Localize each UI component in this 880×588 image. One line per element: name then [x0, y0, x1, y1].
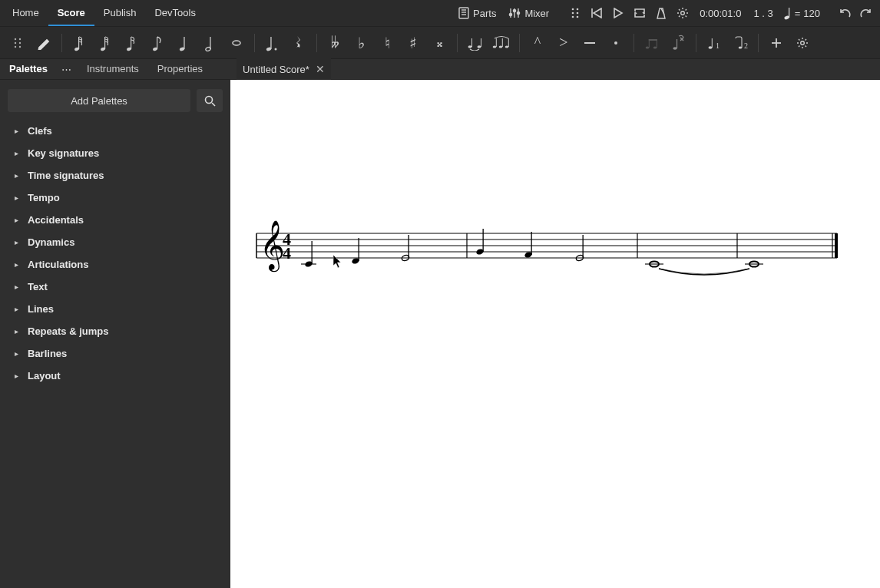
svg-rect-33 — [104, 37, 105, 49]
palette-item-clefs[interactable]: ▸Clefs — [8, 120, 223, 142]
svg-rect-31 — [78, 37, 79, 49]
panel-tab-palettes[interactable]: Palettes — [0, 58, 57, 80]
duration-16th-button[interactable] — [119, 30, 145, 56]
duration-half-button[interactable] — [197, 30, 223, 56]
svg-rect-49 — [481, 38, 481, 47]
sharp-button[interactable]: ♯ — [400, 30, 426, 56]
undo-button[interactable] — [834, 2, 855, 24]
panel-tab-properties[interactable]: Properties — [148, 58, 212, 80]
search-palettes-button[interactable] — [197, 89, 223, 112]
rewind-button[interactable] — [586, 2, 607, 24]
add-palettes-button[interactable]: Add Palettes — [8, 89, 190, 112]
palette-item-layout[interactable]: ▸Layout — [8, 365, 223, 387]
clef-glyph: 𝄞 — [260, 220, 285, 273]
metronome-button[interactable] — [650, 2, 672, 24]
note-input-mode-button[interactable] — [31, 30, 57, 56]
svg-rect-41 — [210, 37, 210, 49]
voice-1-button[interactable]: 1 — [701, 30, 727, 56]
chevron-right-icon: ▸ — [12, 238, 20, 246]
panel-more-button[interactable]: ⋯ — [57, 64, 78, 75]
palette-item-label: Time signatures — [28, 170, 104, 181]
chevron-right-icon: ▸ — [12, 260, 20, 269]
duration-quarter-button[interactable] — [171, 30, 197, 56]
svg-point-50 — [493, 45, 497, 48]
palette-item-articulations[interactable]: ▸Articulations — [8, 253, 223, 276]
accent-button[interactable]: > — [551, 30, 577, 56]
dot-button[interactable] — [260, 30, 286, 56]
toolbar-settings-button[interactable] — [789, 30, 815, 56]
document-title: Untitled Score* — [243, 64, 309, 75]
tempo-value: 120 — [803, 8, 820, 19]
palette-item-barlines[interactable]: ▸Barlines — [8, 342, 223, 365]
nav-tab-devtools[interactable]: DevTools — [145, 0, 204, 26]
palette-item-label: Clefs — [28, 125, 52, 137]
nav-tab-home[interactable]: Home — [3, 0, 48, 26]
note-toolbar: 𝄫 ♭ ♮ ♯ 𝄪 ^ > 1 2 — [0, 26, 880, 58]
tempo-equals: = — [795, 8, 801, 19]
palette-item-repeats-jumps[interactable]: ▸Repeats & jumps — [8, 320, 223, 342]
palette-item-lines[interactable]: ▸Lines — [8, 298, 223, 320]
svg-rect-92 — [409, 235, 409, 258]
note-64th-icon — [74, 34, 86, 52]
rest-button[interactable] — [286, 30, 312, 56]
undo-icon — [839, 8, 851, 18]
score-canvas[interactable]: 𝄞 4 4 — [230, 80, 880, 588]
staccato-button[interactable] — [603, 30, 629, 56]
close-document-button[interactable]: ✕ — [316, 63, 325, 75]
svg-point-11 — [577, 8, 579, 11]
palette-item-key-signatures[interactable]: ▸Key signatures — [8, 142, 223, 164]
tie-button[interactable] — [462, 30, 488, 56]
quarter-note-icon — [784, 6, 792, 20]
staccato-icon — [614, 41, 618, 45]
double-flat-button[interactable]: 𝄫 — [322, 30, 348, 56]
playback-settings-button[interactable] — [672, 2, 693, 24]
duration-whole-button[interactable] — [223, 30, 250, 56]
document-tab[interactable]: Untitled Score* ✕ — [237, 58, 331, 80]
flat-button[interactable]: ♭ — [348, 30, 374, 56]
palette-item-label: Layout — [28, 370, 61, 382]
palette-item-text[interactable]: ▸Text — [8, 276, 223, 298]
natural-button[interactable]: ♮ — [374, 30, 400, 56]
tuplet-button[interactable] — [639, 30, 665, 56]
palette-item-label: Tempo — [28, 192, 60, 203]
double-sharp-button[interactable]: 𝄪 — [426, 30, 452, 56]
duration-32nd-button[interactable] — [93, 30, 119, 56]
svg-point-7 — [510, 13, 512, 15]
duration-64th-button[interactable] — [67, 30, 93, 56]
top-nav: Home Score Publish DevTools Parts Mixer … — [0, 0, 880, 26]
palette-item-accidentals[interactable]: ▸Accidentals — [8, 209, 223, 231]
svg-point-63 — [673, 47, 677, 50]
palette-item-label: Articulations — [28, 259, 88, 270]
panel-tab-instruments[interactable]: Instruments — [78, 58, 148, 80]
redo-button[interactable] — [855, 2, 877, 24]
nav-tab-score[interactable]: Score — [48, 0, 94, 26]
voice-1-icon: 1 — [707, 35, 721, 51]
palette-item-dynamics[interactable]: ▸Dynamics — [8, 231, 223, 253]
slur-button[interactable] — [488, 30, 514, 56]
palette-item-time-signatures[interactable]: ▸Time signatures — [8, 164, 223, 187]
drag-handle-playback[interactable] — [564, 2, 586, 24]
play-button[interactable] — [607, 2, 629, 24]
playback-time: 0:00:01:0 — [693, 8, 747, 19]
chevron-right-icon: ▸ — [12, 305, 20, 313]
loop-icon — [634, 8, 646, 18]
chevron-right-icon: ▸ — [12, 349, 20, 358]
mixer-icon — [508, 7, 521, 19]
mixer-label: Mixer — [524, 8, 549, 19]
marcato-button[interactable]: ^ — [524, 30, 551, 56]
add-button[interactable] — [763, 30, 789, 56]
palette-item-tempo[interactable]: ▸Tempo — [8, 187, 223, 209]
voice-2-button[interactable]: 2 — [727, 30, 753, 56]
toolbar-drag-handle[interactable] — [5, 30, 31, 56]
mixer-button[interactable]: Mixer — [502, 0, 555, 26]
nav-tab-publish[interactable]: Publish — [94, 0, 146, 26]
svg-point-52 — [499, 45, 503, 48]
flip-button[interactable] — [665, 30, 691, 56]
tenuto-button[interactable] — [577, 30, 603, 56]
tempo-display[interactable]: = 120 — [779, 6, 825, 20]
parts-button[interactable]: Parts — [452, 0, 502, 26]
svg-point-25 — [19, 38, 21, 39]
loop-button[interactable] — [629, 2, 650, 24]
duration-8th-button[interactable] — [145, 30, 171, 56]
palette-item-label: Accidentals — [28, 214, 84, 226]
